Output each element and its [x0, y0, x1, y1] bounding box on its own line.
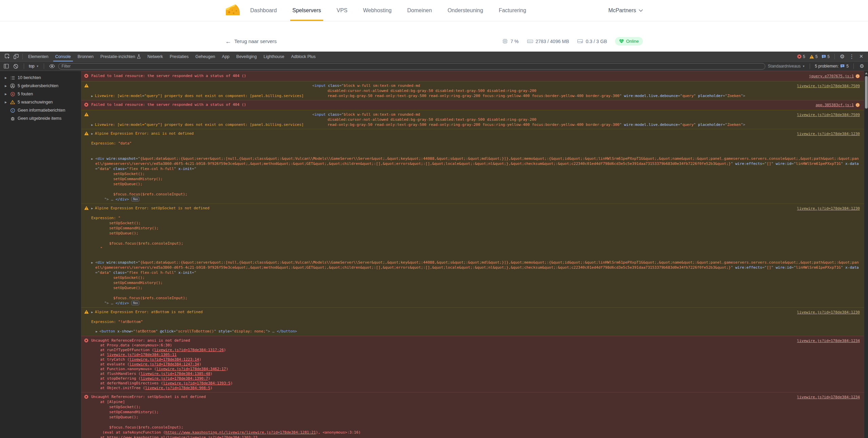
console-message[interactable]: ▶ Livewire: [wire:model="query"] propert… — [81, 110, 864, 129]
console-message[interactable]: Failed to load resource: the server resp… — [81, 100, 864, 110]
stack-frame-link[interactable]: livewire.js?id=178de384:3462:17 — [156, 367, 226, 371]
nav-item-dashboard[interactable]: Dashboard — [250, 0, 277, 21]
source-location-link[interactable]: livewire.js?id=178de384:1234 — [797, 395, 860, 400]
stack-frame-link[interactable]: https://www.kaashosting.nl/livewire/live… — [107, 435, 257, 438]
nav-item-spelservers[interactable]: Spelservers — [292, 0, 321, 21]
stack-frame-link[interactable]: livewire.js?id=178de384:1223:14 — [130, 357, 199, 362]
console-message[interactable]: ▶ Alpine Expression Error: ansi is not d… — [81, 129, 864, 204]
warning-count-badge[interactable]: 5 — [808, 54, 819, 59]
console-settings-gear-icon[interactable]: ⚙ — [859, 63, 865, 70]
clear-console-icon[interactable] — [12, 63, 19, 70]
console-sidebar-toggle-icon[interactable] — [3, 63, 9, 70]
expand-caret-icon: ▶ — [91, 123, 95, 127]
divider — [834, 54, 835, 59]
live-expression-eye-icon[interactable] — [49, 63, 56, 70]
nav-item-webhosting[interactable]: Webhosting — [363, 0, 392, 21]
stack-frame-link[interactable]: https://www.kaashosting.nl/livewire/live… — [165, 430, 316, 435]
console-sidebar-item-5-fouten[interactable]: ▶5 fouten — [0, 90, 81, 98]
stack-frame-link[interactable]: livewire.js?id=178de384:1317:26 — [154, 348, 223, 352]
kaashosting-logo-icon[interactable] — [225, 3, 241, 18]
divider — [810, 63, 810, 69]
message-bubble-icon — [822, 55, 826, 59]
tab-app[interactable]: App — [219, 52, 233, 61]
tab-geheugen[interactable]: Geheugen — [192, 52, 218, 61]
settings-gear-icon[interactable]: ⚙ — [838, 53, 846, 61]
console-message[interactable]: Failed to load resource: the server resp… — [81, 71, 864, 81]
dom-element-preview: read-only:bg-gray-50 read-only:text-gray… — [328, 122, 745, 127]
log-levels-dropdown[interactable]: Standaardniveaus▼ — [768, 64, 805, 69]
stack-frame-link[interactable]: livewire.js?id=178de384:1390:7 — [141, 376, 208, 381]
bug-icon — [10, 116, 15, 121]
console-sidebar-item-10-berichten[interactable]: ▶10 berichten — [0, 74, 81, 82]
tab-prestaties[interactable]: Prestaties — [166, 52, 192, 61]
tab-adblock-plus[interactable]: Adblock Plus — [288, 52, 319, 61]
warning-message-text: ▶ Livewire: [wire:model="query"] propert… — [91, 122, 304, 128]
status-badge: Online — [615, 37, 643, 45]
devtools: ElementenConsoleBronnenPrestatie-inzicht… — [0, 52, 868, 438]
source-location-link[interactable]: livewire.js?id=178de384:1234 — [797, 338, 860, 343]
error-circle-icon — [10, 91, 15, 97]
nav-item-facturering[interactable]: Facturering — [499, 0, 526, 21]
stack-frame-link[interactable]: livewire.js?id=178de384:1247:34 — [130, 362, 199, 366]
console-message[interactable]: Uncaught ReferenceError: ansi is not def… — [81, 336, 864, 392]
sidebar-item-label: 10 berichten — [18, 75, 41, 80]
scrollbar-up-arrow-icon[interactable] — [865, 72, 868, 74]
disk-stat: 0.3 / 3 GB — [577, 39, 607, 44]
sidebar-item-label: 5 waarschuwingen — [18, 100, 53, 104]
expand-caret-icon: ▶ — [4, 101, 7, 104]
cpu-icon — [502, 38, 508, 44]
console-sidebar-item-geen-uitgebreide-items[interactable]: Geen uitgebreide items — [0, 114, 81, 122]
inspect-element-icon[interactable] — [3, 52, 12, 61]
nav-item-domeinen[interactable]: Domeinen — [407, 0, 432, 21]
console-message[interactable]: ▶ Livewire: [wire:model="query"] propert… — [81, 81, 864, 100]
stack-frame-link[interactable]: livewire.js?id=178de384:1305:11 — [107, 353, 176, 357]
stack-frame-link[interactable]: livewire.js?id=178de384:1393:5 — [163, 381, 231, 385]
nav-item-vps[interactable]: VPS — [337, 0, 348, 21]
dropdown-arrow-icon: ▼ — [36, 65, 39, 68]
problems-indicator[interactable]: 5 problemen: 5 — [815, 64, 849, 69]
tab-console[interactable]: Console — [52, 52, 74, 61]
expand-caret-icon: ▶ — [4, 76, 7, 79]
source-location-link[interactable]: jquery.e7707675.js:1 — [809, 74, 854, 79]
tab-bronnen[interactable]: Bronnen — [74, 52, 97, 61]
more-options-kebab-icon[interactable]: ⋮ — [848, 53, 856, 61]
console-message[interactable]: ▶ Alpine Expression Error: atBottom is n… — [81, 307, 864, 336]
execution-context-selector[interactable]: top▼ — [29, 64, 39, 69]
expand-caret-icon: ▶ — [91, 207, 95, 210]
tab-beveiliging[interactable]: Beveiliging — [233, 52, 260, 61]
console-sidebar-item-geen-informatieberichten[interactable]: Geen informatieberichten — [0, 106, 81, 114]
expand-caret-icon: ▶ — [91, 310, 95, 314]
nav-item-ondersteuning[interactable]: Ondersteuning — [448, 0, 483, 21]
tab-lighthouse[interactable]: Lighthouse — [260, 52, 288, 61]
error-count-badge[interactable]: 5 — [796, 54, 807, 59]
expand-caret-icon: ▶ — [91, 94, 95, 98]
back-to-servers-link[interactable]: ← Terug naar servers — [225, 38, 277, 44]
device-toolbar-icon[interactable] — [12, 52, 20, 61]
tab-prestatie-inzichten[interactable]: Prestatie-inzichten — [97, 52, 144, 61]
source-location-link[interactable]: livewire.js?id=178de384:1230 — [797, 131, 860, 136]
source-location-link[interactable]: livewire.js?id=178de384:1230 — [797, 310, 860, 315]
issues-count-badge[interactable]: 5 — [820, 54, 831, 59]
source-location-link[interactable]: app.385383cf.js:1 — [815, 102, 854, 108]
stack-frame-link[interactable]: livewire.js?id=178de384:908:5 — [145, 386, 210, 390]
tab-netwerk[interactable]: Netwerk — [144, 52, 166, 61]
divider — [853, 63, 854, 69]
stack-frame-link[interactable]: livewire.js?id=178de384:1385:48 — [141, 372, 210, 376]
account-menu[interactable]: McPartners — [608, 7, 643, 14]
console-sidebar-item-5-gebruikersberichten[interactable]: ▶5 gebruikersberichten — [0, 82, 81, 90]
expand-caret-icon: ▶ — [91, 132, 95, 135]
console-message[interactable]: ▶ Alpine Expression Error: setUpSocket i… — [81, 204, 864, 307]
source-location-link[interactable]: livewire.js?id=178de384:1230 — [797, 206, 860, 211]
console-scrollbar[interactable] — [864, 71, 868, 438]
console-message[interactable]: Uncaught ReferenceError: setUpSocket is … — [81, 392, 864, 438]
divider — [22, 54, 23, 59]
source-location-link[interactable]: livewire.js?id=178de384:7509 — [797, 83, 860, 89]
server-stats: 7 % 2783 / 4096 MB 0.3 / 3 GB — [502, 37, 643, 45]
close-devtools-icon[interactable]: × — [857, 53, 865, 61]
console-sidebar-item-5-waarschuwingen[interactable]: ▶5 waarschuwingen — [0, 98, 81, 106]
source-location-link[interactable]: livewire.js?id=178de384:7509 — [797, 112, 860, 117]
warning-triangle-icon — [84, 131, 91, 202]
console-filter-input[interactable] — [58, 63, 765, 70]
tab-elementen[interactable]: Elementen — [25, 52, 52, 61]
scrollbar-thumb[interactable] — [865, 76, 868, 109]
